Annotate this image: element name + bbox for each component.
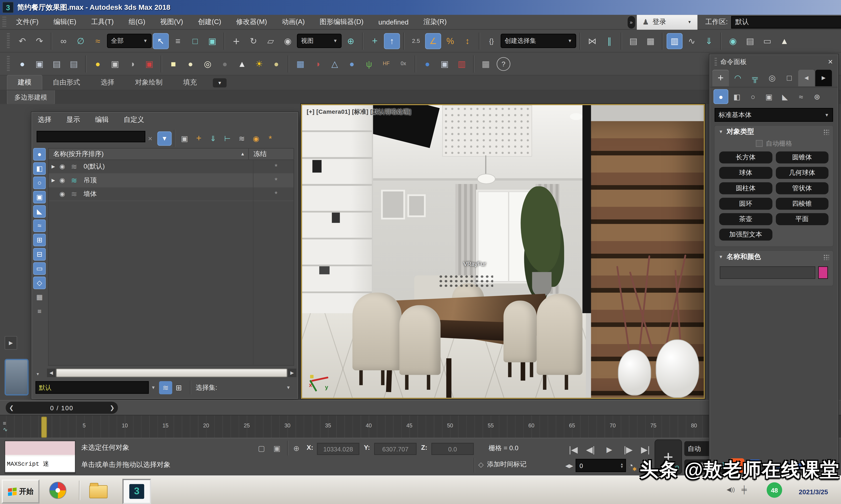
previous-frame-arrow-icon[interactable]: ❮ xyxy=(6,404,17,411)
schematic-view-icon[interactable]: ⇓ xyxy=(701,33,717,49)
sign-in-button[interactable]: ♟ 登录 ▼ xyxy=(637,15,697,30)
filter-funnel-icon[interactable]: ▼ xyxy=(157,131,172,145)
workspace-dropdown[interactable]: 默认 ▼ xyxy=(731,16,841,29)
plane-helper-icon[interactable]: △ xyxy=(327,56,343,72)
camera-night-icon[interactable]: ◑ xyxy=(124,56,140,72)
object-type-button[interactable]: 平面 xyxy=(776,213,828,225)
stereo-camera-icon[interactable]: ▣ xyxy=(141,56,157,72)
time-slider-marker[interactable] xyxy=(41,417,47,438)
row-expand-icon[interactable]: ▶ xyxy=(51,178,59,183)
object-type-button[interactable]: 圆锥体 xyxy=(776,151,828,163)
object-type-button[interactable]: 几何球体 xyxy=(776,167,828,179)
mirror-icon[interactable]: ⋈ xyxy=(584,33,600,49)
display-cameras-icon[interactable]: ▣ xyxy=(33,191,46,203)
object-type-button[interactable]: 球体 xyxy=(719,167,772,179)
name-color-rollout-header[interactable]: ▼ 名称和颜色 xyxy=(715,251,833,263)
search-clear-icon[interactable]: × xyxy=(143,131,157,145)
category-shapes-icon[interactable]: ◧ xyxy=(730,89,744,104)
y-coordinate-field[interactable]: 6307.707 xyxy=(374,443,417,455)
display-spacewarps-icon[interactable]: ≈ xyxy=(33,219,46,232)
display-shapes-icon[interactable]: ◧ xyxy=(33,162,46,175)
nest-layer-icon[interactable]: ⊢ xyxy=(220,131,235,145)
lock-cell-editing-icon[interactable]: ▣ xyxy=(177,131,192,145)
ribbon-tab-selection[interactable]: 选择 xyxy=(90,75,125,90)
previous-frame-button[interactable]: ◀| xyxy=(582,441,598,457)
explorer-horizontal-scrollbar[interactable]: ◀ ▶ xyxy=(47,368,296,378)
transform-gizmo-icon[interactable]: ⊕ xyxy=(291,442,302,454)
help-icon[interactable]: ? xyxy=(497,57,511,71)
color-mapping-icon[interactable]: ▤ xyxy=(66,56,82,72)
pinwheel-app-icon[interactable] xyxy=(49,482,66,499)
select-and-rotate-icon[interactable]: ↻ xyxy=(245,33,261,49)
scene-explorer-row[interactable]: ▶◉≋0(默认)* xyxy=(49,160,293,174)
layer-stack-icon[interactable]: ≋ xyxy=(71,176,84,185)
blend-spheres-icon[interactable]: ◑ xyxy=(309,56,325,72)
dark-teapot-icon[interactable]: ● xyxy=(217,56,233,72)
align-icon[interactable]: ∥ xyxy=(601,33,617,49)
explorer-menu-edit[interactable]: 编辑 xyxy=(95,115,109,125)
select-and-place-icon[interactable]: ◉ xyxy=(280,33,296,49)
ribbon-tab-object-paint[interactable]: 对象绘制 xyxy=(125,75,173,90)
freeze-toggle-icon[interactable]: * xyxy=(275,162,277,171)
mini-curve-editor-icon[interactable]: ≡∿ xyxy=(3,420,8,433)
expand-panel-arrow-icon[interactable]: ▶ xyxy=(4,336,17,350)
scroll-right-icon[interactable]: ▶ xyxy=(288,368,296,377)
fur-icon[interactable]: ψ xyxy=(361,56,377,72)
isolate-selection-icon[interactable]: ▢ xyxy=(256,442,267,454)
scene-explorer-row[interactable]: ▶◉≋吊顶* xyxy=(49,174,293,187)
spot-light-icon[interactable]: ▲ xyxy=(234,56,250,72)
ox-icon[interactable]: 0x xyxy=(395,56,411,72)
tab-create-icon[interactable]: + xyxy=(712,69,729,86)
ribbon-tab-populate[interactable]: 填充 xyxy=(173,75,207,90)
explorer-menu-customize[interactable]: 自定义 xyxy=(124,115,144,125)
edit-named-selections-icon[interactable]: {} xyxy=(483,33,499,49)
selection-lock-icon[interactable]: ▣ xyxy=(271,442,282,454)
menu-rendering[interactable]: 渲染(R) xyxy=(416,17,454,27)
green-badge-icon[interactable]: 48 xyxy=(767,482,782,498)
bind-to-spacewarp-icon[interactable]: ≈ xyxy=(90,33,106,49)
docked-panel-thumbnail[interactable] xyxy=(4,359,29,395)
explorer-menu-display[interactable]: 显示 xyxy=(66,115,80,125)
category-helpers-icon[interactable]: ◣ xyxy=(777,89,792,104)
scene-explorer-row[interactable]: ◉≋墙体* xyxy=(49,187,293,201)
tab-scroll-left-icon[interactable]: ◀ xyxy=(798,69,815,86)
menu-edit[interactable]: 编辑(E) xyxy=(46,17,84,27)
menu-tools[interactable]: 工具(T) xyxy=(84,17,121,27)
maxscript-mini-listener[interactable]: MAXScript 迷 xyxy=(4,441,75,474)
menu-graph-editors[interactable]: 图形编辑器(D) xyxy=(312,17,371,27)
toggle-scene-explorer-icon[interactable]: ▤ xyxy=(625,33,641,49)
ribbon-tab-modeling[interactable]: 建模 xyxy=(7,75,42,90)
category-systems-icon[interactable]: ⊛ xyxy=(809,89,824,104)
plane-light-icon[interactable]: ■ xyxy=(165,56,181,72)
select-and-scale-icon[interactable]: ▱ xyxy=(262,33,278,49)
display-materials-icon[interactable]: ▦ xyxy=(33,291,46,303)
create-new-layer-icon[interactable]: + xyxy=(192,131,206,145)
curve-editor-icon[interactable]: ∿ xyxy=(684,33,700,49)
tab-scroll-right-icon[interactable]: ▶ xyxy=(815,69,832,86)
menu-modifiers[interactable]: 修改器(M) xyxy=(228,17,274,27)
play-button[interactable]: ▶ xyxy=(600,441,619,457)
rect-selection-region-icon[interactable]: □ xyxy=(187,33,203,49)
go-to-start-button[interactable]: |◀ xyxy=(565,441,581,457)
column-freeze-header[interactable]: 冻结 xyxy=(249,150,293,158)
hierarchy-view-toggle-icon[interactable]: ⊞ xyxy=(172,381,185,394)
category-spacewarps-icon[interactable]: ≈ xyxy=(793,89,808,104)
start-button[interactable]: 开始 xyxy=(2,480,39,504)
time-slider[interactable]: ❮ 0 / 100 ❯ xyxy=(6,402,118,414)
active-layer-dropdown[interactable]: 默认 xyxy=(35,381,149,394)
render-setup-icon[interactable]: ▤ xyxy=(742,33,758,49)
hf-icon[interactable]: HF xyxy=(378,56,394,72)
menu-views[interactable]: 视图(V) xyxy=(153,17,191,27)
go-to-end-button[interactable]: ▶| xyxy=(637,441,653,457)
volume-tray-icon[interactable]: ◀)) xyxy=(727,486,735,492)
power-tray-icon[interactable]: ╪ xyxy=(741,485,746,494)
next-frame-arrow-icon[interactable]: ❯ xyxy=(106,404,118,411)
sun-light-icon[interactable]: ☀ xyxy=(251,56,267,72)
tab-hierarchy-icon[interactable]: ╦ xyxy=(746,69,763,86)
explorer-menu-select[interactable]: 选择 xyxy=(38,115,52,125)
display-groups-icon[interactable]: ⊞ xyxy=(33,234,46,246)
select-and-link-icon[interactable]: ∞ xyxy=(55,33,71,49)
select-by-name-icon[interactable]: ≡ xyxy=(170,33,186,49)
viewport-label[interactable]: [+] [Camera01] [标准] [默认明暗处理] xyxy=(307,108,411,116)
object-type-rollout-header[interactable]: ▼ 对象类型 xyxy=(715,126,833,138)
